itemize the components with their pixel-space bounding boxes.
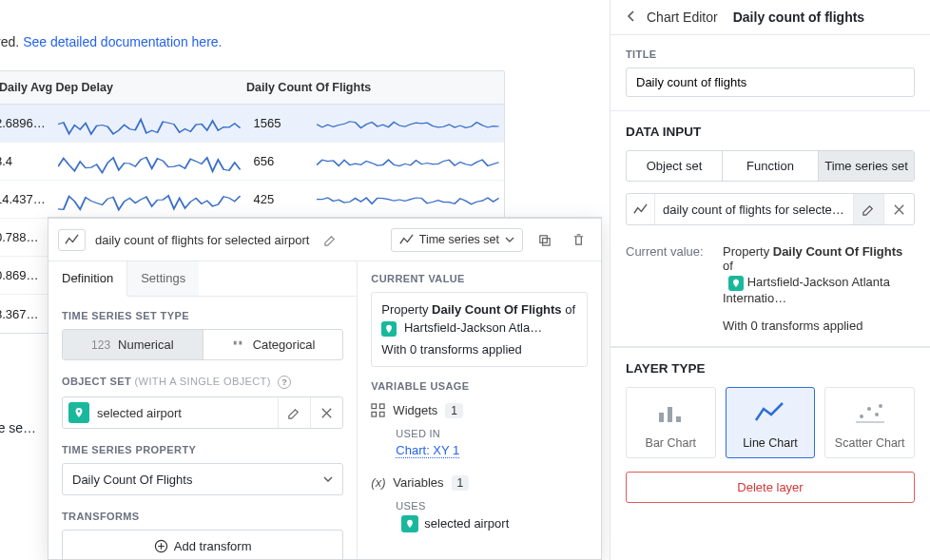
location-icon: [728, 276, 744, 291]
input-variable-text: daily count of flights for selected airp…: [655, 203, 853, 217]
ts-prop-label: TIME SERIES PROPERTY: [62, 444, 343, 455]
current-value-block: Current value: Property Daily Count Of F…: [610, 235, 930, 347]
widgets-icon: [371, 403, 385, 417]
help-icon[interactable]: ?: [278, 376, 291, 389]
sparkline-count: [313, 186, 505, 213]
delete-layer-button[interactable]: Delete layer: [626, 472, 915, 503]
edit-variable-button[interactable]: [853, 194, 883, 224]
used-in-link[interactable]: Chart: XY 1: [396, 443, 459, 458]
table-row[interactable]: 3.4656: [0, 143, 504, 181]
tab-settings[interactable]: Settings: [127, 261, 199, 296]
svg-rect-7: [380, 412, 385, 416]
timeseries-icon: [627, 194, 655, 224]
seg-object-set[interactable]: Object set: [627, 151, 723, 181]
sparkline-delay: [54, 186, 246, 213]
col-delay[interactable]: Daily Avg Dep Delay: [0, 71, 235, 104]
cell-delay: 14.437…: [0, 192, 54, 206]
layer-type-label: LAYER TYPE: [626, 361, 915, 376]
sparkline-count: [313, 110, 505, 137]
var-usage-label: VARIABLE USAGE: [371, 380, 588, 392]
data-input-label: DATA INPUT: [626, 125, 915, 139]
ts-prop-select[interactable]: Daily Count Of Flights: [62, 463, 343, 495]
panel-header: Chart Editor Daily count of flights: [610, 0, 930, 35]
svg-point-2: [78, 410, 81, 413]
tss-type-segment: 123 Numerical Categorical: [62, 329, 343, 360]
clear-object-set[interactable]: [310, 397, 342, 428]
cv-line3: With 0 transforms applied: [381, 342, 577, 357]
input-variable-chip: daily count of flights for selected airp…: [626, 193, 915, 225]
cell-delay: 2.6896…: [0, 116, 54, 130]
cell-count: 1565: [246, 116, 313, 130]
variables-label: Variables: [393, 475, 443, 490]
chart-editor-panel: Chart Editor Daily count of flights TITL…: [610, 0, 930, 560]
title-input[interactable]: [626, 68, 915, 97]
back-button[interactable]: [626, 10, 637, 25]
cell-delay: 0.869…: [0, 268, 54, 282]
edit-title-button[interactable]: [317, 226, 343, 253]
cv-r-line2: Hartsfield-Jackson Atlanta Internatio…: [723, 275, 915, 305]
object-set-label-text: OBJECT SET: [62, 376, 131, 387]
popover-header: daily count of flights for selected airp…: [48, 219, 601, 261]
cell-delay: 3.4: [0, 154, 54, 168]
svg-rect-8: [659, 413, 664, 422]
layer-scatter[interactable]: Scatter Chart: [824, 387, 915, 458]
svg-rect-10: [676, 416, 681, 422]
cell-delay: 8.367…: [0, 307, 54, 321]
popover-title: daily count of flights for selected airp…: [95, 233, 309, 247]
popover-left: Definition Settings TIME SERIES SET TYPE…: [48, 261, 358, 559]
numerical-prefix: 123: [91, 338, 110, 352]
seg-numerical[interactable]: 123 Numerical: [63, 330, 203, 359]
main-area: sired. See detailed documentation here. …: [0, 0, 610, 560]
delete-button[interactable]: [565, 226, 591, 253]
svg-rect-0: [539, 235, 547, 242]
duplicate-button[interactable]: [531, 226, 557, 253]
seg-numerical-label: Numerical: [118, 338, 174, 352]
svg-point-14: [879, 404, 882, 408]
popover-right: CURRENT VALUE Property Daily Count Of Fl…: [358, 261, 601, 559]
table-row[interactable]: 14.437…425: [0, 181, 504, 219]
svg-point-12: [867, 407, 871, 411]
location-icon: [401, 515, 418, 532]
layer-type-grid: Bar Chart Line Chart Scatter Chart: [626, 387, 915, 458]
bar-chart-icon: [654, 401, 687, 424]
chevron-down-icon: [505, 235, 514, 244]
widgets-row: Widgets 1: [371, 399, 588, 422]
variables-count: 1: [452, 475, 470, 491]
sparkline-delay: [54, 148, 246, 175]
type-selector[interactable]: Time series set: [391, 228, 523, 252]
chevron-left-icon: [626, 10, 637, 22]
add-transform-button[interactable]: Add transform: [62, 530, 343, 559]
used-in-label: USED IN: [396, 428, 588, 439]
type-selector-label: Time series set: [419, 233, 499, 246]
doc-prefix: sired.: [0, 34, 23, 49]
layer-line[interactable]: Line Chart: [726, 387, 816, 458]
layer-bar-label: Bar Chart: [627, 436, 715, 450]
svg-rect-4: [372, 404, 377, 409]
layer-scatter-label: Scatter Chart: [825, 436, 914, 450]
breadcrumb[interactable]: Chart Editor: [647, 10, 718, 25]
plus-icon: [154, 539, 168, 553]
cv-r-line1: Property Daily Count Of Flights of: [723, 244, 915, 273]
seg-time-series-set[interactable]: Time series set: [819, 151, 914, 181]
cv-line2: Hartsfield-Jackson Atla…: [381, 320, 577, 337]
seg-categorical[interactable]: Categorical: [203, 330, 343, 359]
sparkline-delay: [54, 110, 246, 137]
layer-bar[interactable]: Bar Chart: [626, 387, 716, 458]
timeseries-icon: [58, 229, 86, 251]
edit-object-set[interactable]: [278, 397, 310, 428]
svg-point-13: [875, 413, 879, 416]
tab-definition[interactable]: Definition: [48, 261, 127, 297]
col-count[interactable]: Daily Count Of Flights: [235, 71, 504, 104]
input-type-segment: Object set Function Time series set: [626, 150, 915, 182]
scatter-chart-icon: [854, 401, 886, 424]
variables-row: (x) Variables 1: [371, 472, 588, 494]
svg-rect-1: [542, 238, 550, 245]
doc-link[interactable]: See detailed documentation here.: [23, 34, 222, 49]
clear-variable-button[interactable]: [883, 194, 914, 224]
title-section: TITLE: [610, 35, 930, 111]
uses-chip: selected airport: [396, 515, 509, 532]
seg-function[interactable]: Function: [723, 151, 819, 181]
cv-line1: Property Daily Count Of Flights of: [381, 302, 577, 317]
uses-value: selected airport: [424, 516, 509, 531]
table-row[interactable]: 2.6896…1565: [0, 105, 504, 143]
